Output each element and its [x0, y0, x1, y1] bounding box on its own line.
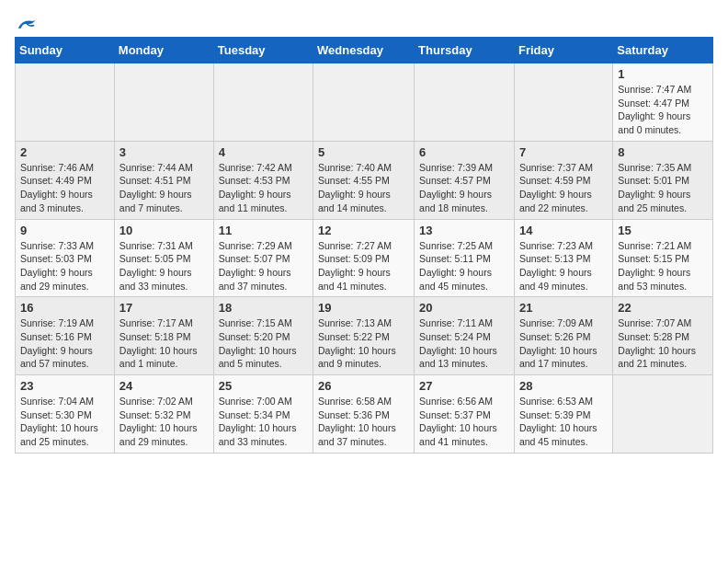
logo	[15, 15, 39, 33]
calendar-cell: 16Sunrise: 7:19 AM Sunset: 5:16 PM Dayli…	[16, 297, 115, 375]
calendar-cell: 12Sunrise: 7:27 AM Sunset: 5:09 PM Dayli…	[313, 219, 415, 297]
day-number: 6	[419, 145, 509, 159]
calendar-cell	[213, 63, 313, 142]
day-info: Sunrise: 7:46 AM Sunset: 4:49 PM Dayligh…	[20, 161, 109, 215]
day-info: Sunrise: 7:07 AM Sunset: 5:28 PM Dayligh…	[618, 316, 708, 371]
day-info: Sunrise: 7:04 AM Sunset: 5:30 PM Dayligh…	[20, 395, 109, 449]
day-info: Sunrise: 7:11 AM Sunset: 5:24 PM Dayligh…	[419, 316, 509, 371]
day-info: Sunrise: 7:02 AM Sunset: 5:32 PM Dayligh…	[119, 395, 209, 449]
day-number: 11	[219, 224, 308, 237]
day-number: 17	[119, 301, 209, 315]
header	[15, 15, 713, 33]
calendar-cell: 27Sunrise: 6:56 AM Sunset: 5:37 PM Dayli…	[415, 375, 515, 454]
day-number: 9	[20, 224, 109, 237]
day-number: 8	[618, 145, 708, 159]
day-number: 24	[119, 379, 209, 393]
calendar-cell: 24Sunrise: 7:02 AM Sunset: 5:32 PM Dayli…	[114, 375, 213, 454]
logo-bird-icon	[17, 15, 39, 33]
calendar-cell: 26Sunrise: 6:58 AM Sunset: 5:36 PM Dayli…	[313, 375, 415, 454]
day-number: 5	[318, 145, 409, 159]
day-info: Sunrise: 7:42 AM Sunset: 4:53 PM Dayligh…	[219, 161, 308, 215]
calendar-cell	[514, 63, 612, 142]
day-info: Sunrise: 7:39 AM Sunset: 4:57 PM Dayligh…	[419, 161, 509, 215]
day-info: Sunrise: 7:27 AM Sunset: 5:09 PM Dayligh…	[318, 239, 409, 293]
calendar-week-row: 9Sunrise: 7:33 AM Sunset: 5:03 PM Daylig…	[16, 219, 713, 297]
day-of-week-header: Monday	[114, 38, 213, 63]
calendar-cell: 20Sunrise: 7:11 AM Sunset: 5:24 PM Dayli…	[415, 297, 515, 375]
day-info: Sunrise: 7:15 AM Sunset: 5:20 PM Dayligh…	[219, 316, 308, 371]
calendar-week-row: 2Sunrise: 7:46 AM Sunset: 4:49 PM Daylig…	[16, 141, 713, 219]
calendar-cell: 2Sunrise: 7:46 AM Sunset: 4:49 PM Daylig…	[16, 141, 115, 219]
calendar-cell: 15Sunrise: 7:21 AM Sunset: 5:15 PM Dayli…	[613, 219, 713, 297]
calendar-table: SundayMondayTuesdayWednesdayThursdayFrid…	[15, 37, 713, 454]
calendar-cell: 22Sunrise: 7:07 AM Sunset: 5:28 PM Dayli…	[613, 297, 713, 375]
page-container: SundayMondayTuesdayWednesdayThursdayFrid…	[0, 0, 728, 461]
day-number: 21	[519, 301, 608, 315]
day-number: 25	[219, 379, 308, 393]
calendar-cell: 5Sunrise: 7:40 AM Sunset: 4:55 PM Daylig…	[313, 141, 415, 219]
day-info: Sunrise: 7:17 AM Sunset: 5:18 PM Dayligh…	[119, 316, 209, 371]
day-info: Sunrise: 7:13 AM Sunset: 5:22 PM Dayligh…	[318, 316, 409, 371]
day-number: 4	[219, 145, 308, 159]
day-number: 19	[318, 301, 409, 315]
calendar-cell: 3Sunrise: 7:44 AM Sunset: 4:51 PM Daylig…	[114, 141, 213, 219]
calendar-cell: 4Sunrise: 7:42 AM Sunset: 4:53 PM Daylig…	[213, 141, 313, 219]
calendar-body: 1Sunrise: 7:47 AM Sunset: 4:47 PM Daylig…	[16, 63, 713, 454]
calendar-cell: 7Sunrise: 7:37 AM Sunset: 4:59 PM Daylig…	[514, 141, 612, 219]
day-number: 16	[20, 301, 109, 315]
calendar-cell	[415, 63, 515, 142]
day-number: 22	[618, 301, 708, 315]
day-number: 10	[119, 224, 209, 237]
calendar-cell: 11Sunrise: 7:29 AM Sunset: 5:07 PM Dayli…	[213, 219, 313, 297]
day-of-week-header: Tuesday	[213, 38, 313, 63]
calendar-cell: 21Sunrise: 7:09 AM Sunset: 5:26 PM Dayli…	[514, 297, 612, 375]
calendar-cell: 13Sunrise: 7:25 AM Sunset: 5:11 PM Dayli…	[415, 219, 515, 297]
day-number: 18	[219, 301, 308, 315]
day-info: Sunrise: 7:21 AM Sunset: 5:15 PM Dayligh…	[618, 239, 708, 293]
day-number: 12	[318, 224, 409, 237]
day-number: 26	[318, 379, 409, 393]
day-info: Sunrise: 6:53 AM Sunset: 5:39 PM Dayligh…	[519, 395, 608, 449]
calendar-cell	[313, 63, 415, 142]
calendar-cell: 8Sunrise: 7:35 AM Sunset: 5:01 PM Daylig…	[613, 141, 713, 219]
day-info: Sunrise: 7:31 AM Sunset: 5:05 PM Dayligh…	[119, 239, 209, 293]
day-info: Sunrise: 7:40 AM Sunset: 4:55 PM Dayligh…	[318, 161, 409, 215]
calendar-header: SundayMondayTuesdayWednesdayThursdayFrid…	[16, 38, 713, 63]
calendar-cell: 9Sunrise: 7:33 AM Sunset: 5:03 PM Daylig…	[16, 219, 115, 297]
day-number: 23	[20, 379, 109, 393]
day-of-week-header: Wednesday	[313, 38, 415, 63]
day-number: 27	[419, 379, 509, 393]
day-info: Sunrise: 7:33 AM Sunset: 5:03 PM Dayligh…	[20, 239, 109, 293]
calendar-cell: 10Sunrise: 7:31 AM Sunset: 5:05 PM Dayli…	[114, 219, 213, 297]
calendar-cell: 23Sunrise: 7:04 AM Sunset: 5:30 PM Dayli…	[16, 375, 115, 454]
day-info: Sunrise: 7:23 AM Sunset: 5:13 PM Dayligh…	[519, 239, 608, 293]
header-row: SundayMondayTuesdayWednesdayThursdayFrid…	[16, 38, 713, 63]
calendar-cell: 6Sunrise: 7:39 AM Sunset: 4:57 PM Daylig…	[415, 141, 515, 219]
day-info: Sunrise: 7:44 AM Sunset: 4:51 PM Dayligh…	[119, 161, 209, 215]
day-info: Sunrise: 7:00 AM Sunset: 5:34 PM Dayligh…	[219, 395, 308, 449]
day-info: Sunrise: 7:25 AM Sunset: 5:11 PM Dayligh…	[419, 239, 509, 293]
calendar-cell	[613, 375, 713, 454]
calendar-cell: 25Sunrise: 7:00 AM Sunset: 5:34 PM Dayli…	[213, 375, 313, 454]
calendar-week-row: 1Sunrise: 7:47 AM Sunset: 4:47 PM Daylig…	[16, 63, 713, 142]
calendar-cell: 14Sunrise: 7:23 AM Sunset: 5:13 PM Dayli…	[514, 219, 612, 297]
calendar-cell	[16, 63, 115, 142]
day-number: 14	[519, 224, 608, 237]
day-of-week-header: Friday	[514, 38, 612, 63]
day-number: 3	[119, 145, 209, 159]
day-number: 7	[519, 145, 608, 159]
calendar-cell: 19Sunrise: 7:13 AM Sunset: 5:22 PM Dayli…	[313, 297, 415, 375]
day-of-week-header: Thursday	[415, 38, 515, 63]
day-number: 28	[519, 379, 608, 393]
calendar-cell: 17Sunrise: 7:17 AM Sunset: 5:18 PM Dayli…	[114, 297, 213, 375]
day-info: Sunrise: 7:29 AM Sunset: 5:07 PM Dayligh…	[219, 239, 308, 293]
day-info: Sunrise: 7:47 AM Sunset: 4:47 PM Dayligh…	[618, 83, 708, 137]
calendar-cell: 18Sunrise: 7:15 AM Sunset: 5:20 PM Dayli…	[213, 297, 313, 375]
calendar-cell: 1Sunrise: 7:47 AM Sunset: 4:47 PM Daylig…	[613, 63, 713, 142]
day-of-week-header: Saturday	[613, 38, 713, 63]
day-info: Sunrise: 6:58 AM Sunset: 5:36 PM Dayligh…	[318, 395, 409, 449]
day-info: Sunrise: 6:56 AM Sunset: 5:37 PM Dayligh…	[419, 395, 509, 449]
calendar-week-row: 16Sunrise: 7:19 AM Sunset: 5:16 PM Dayli…	[16, 297, 713, 375]
day-info: Sunrise: 7:37 AM Sunset: 4:59 PM Dayligh…	[519, 161, 608, 215]
day-info: Sunrise: 7:19 AM Sunset: 5:16 PM Dayligh…	[20, 316, 109, 371]
